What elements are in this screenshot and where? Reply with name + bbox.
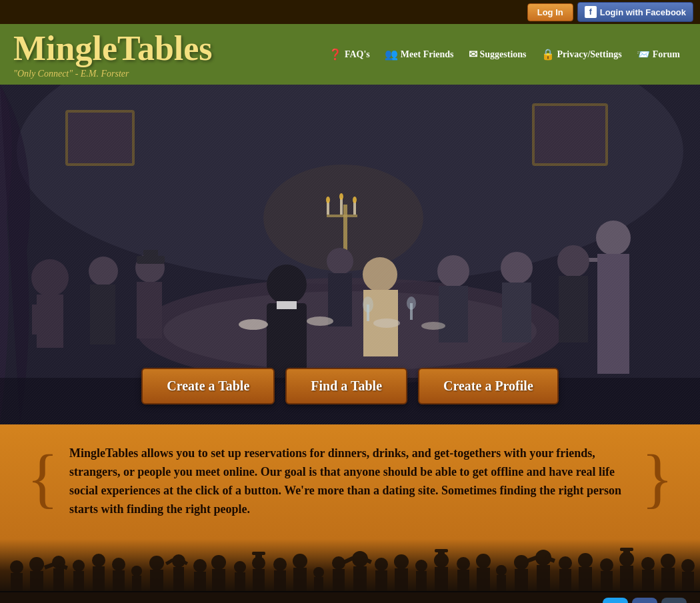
forum-label: Forum: [653, 49, 680, 60]
svg-rect-123: [579, 567, 592, 592]
tumblr-button[interactable]: t: [661, 598, 687, 603]
svg-rect-115: [515, 569, 528, 592]
svg-rect-129: [620, 566, 633, 592]
svg-rect-67: [113, 570, 125, 592]
facebook-social-button[interactable]: f: [632, 598, 657, 603]
fb-login-label: Login with Facebook: [600, 7, 686, 17]
svg-rect-125: [601, 571, 613, 592]
svg-point-114: [514, 555, 529, 570]
create-table-button[interactable]: Create a Table: [141, 368, 275, 404]
svg-rect-69: [132, 576, 141, 592]
privacy-icon: 🔒: [541, 48, 555, 61]
svg-point-110: [476, 554, 491, 568]
svg-rect-113: [497, 575, 506, 592]
svg-rect-131: [642, 570, 654, 592]
svg-point-78: [211, 555, 226, 570]
facebook-icon: f: [585, 6, 597, 18]
svg-rect-59: [53, 568, 64, 592]
find-table-button[interactable]: Find a Table: [285, 368, 407, 404]
svg-rect-87: [274, 570, 286, 592]
top-bar: Log In f Login with Facebook: [0, 0, 700, 24]
action-buttons: Create a Table Find a Table Create a Pro…: [0, 368, 700, 404]
svg-rect-121: [559, 569, 571, 592]
left-brace: {: [27, 445, 59, 512]
svg-rect-85: [253, 569, 265, 592]
suggestions-label: Suggestions: [480, 49, 527, 60]
social-icons: 𝕥 f t: [603, 598, 687, 603]
create-profile-button[interactable]: Create a Profile: [418, 368, 559, 404]
svg-point-56: [29, 557, 44, 572]
svg-rect-53: [0, 539, 700, 592]
svg-rect-79: [212, 569, 225, 592]
svg-rect-136: [0, 591, 700, 592]
twitter-button[interactable]: 𝕥: [603, 598, 628, 603]
svg-rect-109: [457, 570, 469, 592]
svg-point-108: [457, 557, 470, 570]
hero-section: Create a Table Find a Table Create a Pro…: [0, 85, 700, 424]
nav-item-suggestions[interactable]: ✉ Suggestions: [462, 44, 533, 65]
svg-point-86: [273, 558, 287, 571]
nav-menu: ❓ FAQ's 👥 Meet Friends ✉ Suggestions 🔒 P…: [322, 44, 687, 65]
svg-point-76: [193, 559, 207, 572]
svg-point-122: [578, 553, 593, 568]
svg-point-88: [293, 554, 307, 568]
svg-rect-99: [375, 570, 387, 592]
svg-rect-65: [93, 566, 105, 592]
svg-rect-91: [314, 577, 323, 592]
svg-point-102: [415, 560, 427, 572]
svg-rect-63: [73, 571, 84, 592]
forum-icon: 📨: [637, 48, 650, 61]
svg-rect-127: [623, 550, 630, 560]
svg-rect-73: [173, 567, 184, 592]
header: MingleTables "Only Connect" - E.M. Forst…: [0, 24, 700, 85]
svg-rect-111: [477, 568, 490, 592]
footer-bar: © Copyright 2012 Mingle Table, Inc. All …: [0, 592, 700, 603]
svg-point-134: [681, 559, 695, 572]
svg-rect-81: [235, 572, 245, 592]
nav-item-forum[interactable]: 📨 Forum: [630, 44, 687, 65]
meet-friends-label: Meet Friends: [401, 49, 454, 60]
svg-rect-117: [537, 565, 550, 592]
privacy-label: Privacy/Settings: [557, 49, 622, 60]
svg-rect-128: [620, 548, 633, 551]
nav-item-meet-friends[interactable]: 👥 Meet Friends: [378, 44, 461, 65]
svg-rect-55: [11, 573, 23, 592]
svg-rect-106: [435, 549, 448, 552]
facebook-login-button[interactable]: f Login with Facebook: [577, 2, 693, 22]
nav-item-privacy[interactable]: 🔒 Privacy/Settings: [535, 44, 629, 65]
svg-rect-77: [194, 572, 206, 592]
svg-point-120: [559, 556, 572, 570]
svg-point-132: [661, 554, 675, 568]
silhouette-svg: [0, 539, 700, 592]
site-tagline: "Only Connect" - E.M. Forster: [13, 69, 213, 79]
faq-label: FAQ's: [345, 49, 370, 60]
nav-item-faq[interactable]: ❓ FAQ's: [322, 44, 377, 65]
description-text: MingleTables allows you to set up reserv…: [69, 444, 631, 519]
svg-point-124: [600, 558, 613, 572]
svg-point-112: [496, 565, 507, 576]
svg-point-68: [131, 566, 142, 576]
login-button[interactable]: Log In: [527, 3, 573, 21]
svg-rect-133: [661, 568, 675, 592]
svg-rect-105: [438, 551, 445, 562]
svg-rect-107: [435, 567, 448, 592]
svg-rect-84: [252, 552, 265, 555]
logo-area: MingleTables "Only Connect" - E.M. Forst…: [13, 29, 213, 79]
svg-rect-135: [682, 572, 694, 592]
svg-point-130: [641, 557, 655, 570]
site-title: MingleTables: [13, 29, 213, 67]
svg-rect-101: [395, 568, 408, 592]
svg-point-64: [92, 554, 105, 567]
svg-rect-83: [255, 554, 262, 564]
svg-point-66: [112, 558, 125, 571]
svg-point-92: [332, 556, 345, 570]
svg-point-90: [313, 567, 324, 578]
svg-rect-95: [353, 566, 367, 592]
svg-point-100: [394, 554, 409, 569]
silhouette-footer: [0, 539, 700, 592]
svg-rect-57: [30, 571, 43, 592]
suggestions-icon: ✉: [469, 48, 477, 61]
faq-icon: ❓: [329, 48, 342, 61]
svg-point-80: [234, 561, 246, 573]
description-section: { MingleTables allows you to set up rese…: [0, 424, 700, 539]
